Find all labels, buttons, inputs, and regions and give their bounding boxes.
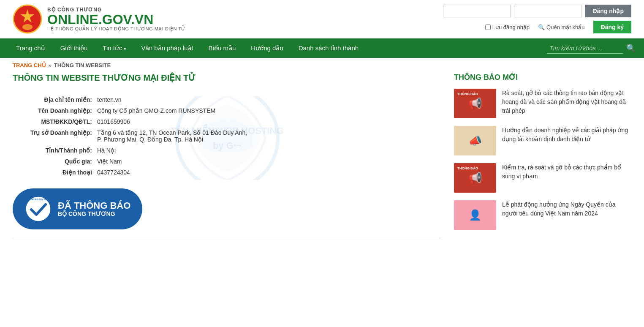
vietnam-emblem-icon	[13, 4, 42, 34]
remember-checkbox[interactable]	[485, 25, 491, 30]
info-wrapper: TÊN MIỀN WEB HOSTINGby G··· Địa chỉ tên …	[13, 96, 441, 180]
nav-item-guide[interactable]: Hướng dẫn	[243, 38, 291, 58]
info-row-address: Trụ sở Doanh nghiệp: Tầng 6 và tầng 12, …	[13, 129, 441, 143]
info-row-phone: Điện thoại 0437724304	[13, 169, 441, 176]
badge-text: ĐÃ THÔNG BÁO BỘ CÔNG THƯƠNG	[58, 201, 130, 217]
badge-container: ONLINE.GOV.VN ĐÃ THÔNG BÁO BỘ CÔNG THƯƠN…	[13, 188, 441, 229]
login-button[interactable]: Đăng nhập	[585, 5, 631, 17]
badge-circle: ONLINE.GOV.VN	[24, 195, 52, 223]
nav-item-legal[interactable]: Văn bản pháp luật	[134, 38, 201, 58]
breadcrumb-current: THÔNG TIN WEBSITE	[54, 62, 111, 68]
forgot-password-link[interactable]: 🔍 Quên mật khẩu	[538, 24, 584, 30]
value-company: Công ty Cổ phần GMO-Z.com RUNSYSTEM	[97, 107, 441, 114]
nav-search-button[interactable]: 🔍	[626, 44, 636, 53]
label-mst: MST/ĐKKD/QĐTL:	[13, 118, 97, 125]
sidebar-title: THÔNG BÁO MỚI	[454, 73, 631, 82]
megaphone-icon-0: 📢	[468, 97, 482, 110]
label-phone: Điện thoại	[13, 169, 97, 176]
content-divider	[13, 238, 441, 238]
news-thumb-light-1: 📣	[454, 126, 496, 155]
svg-text:ONLINE.GOV.VN: ONLINE.GOV.VN	[30, 198, 47, 201]
label-country: Quốc gia:	[13, 158, 97, 165]
badge-main-text: ĐÃ THÔNG BÁO	[58, 201, 130, 210]
remember-me-label[interactable]: Lưu đăng nhập	[485, 24, 530, 30]
username-input[interactable]	[443, 5, 511, 17]
value-phone: 0437724304	[97, 169, 441, 176]
megaphone-icon-1: 📣	[468, 134, 482, 147]
news-item-3: 👤 Lễ phát động hưởng ứng Ngày Quyền của …	[454, 200, 631, 230]
svg-point-2	[22, 24, 33, 30]
label-province: Tỉnh/Thành phố:	[13, 147, 97, 154]
news-text-3: Lễ phát động hưởng ứng Ngày Quyền của ng…	[502, 200, 631, 218]
news-thumb-pink-3: 👤	[454, 200, 496, 230]
info-row-province: Tỉnh/Thành phố: Hà Nội	[13, 147, 441, 154]
value-domain: tenten.vn	[97, 96, 441, 103]
value-province: Hà Nội	[97, 147, 441, 154]
nav-link-legal[interactable]: Văn bản pháp luật	[134, 38, 201, 58]
news-thumb-2: THÔNG BÁO 📢	[454, 163, 496, 193]
page-title: THÔNG TIN WEBSITE THƯƠNG MẠI ĐIỆN TỬ	[13, 73, 441, 86]
news-text-1: Hướng dẫn doanh nghiệp về các giải pháp …	[502, 126, 631, 144]
news-thumb-red-0: THÔNG BÁO 📢	[454, 89, 496, 118]
nav-link-guide[interactable]: Hướng dẫn	[243, 38, 291, 58]
logo-text: BỘ CÔNG THƯƠNG ONLINE.GOV.VN HỆ THỐNG QU…	[47, 7, 185, 32]
info-row-company: Tên Doanh nghiệp: Công ty Cổ phần GMO-Z.…	[13, 107, 441, 114]
breadcrumb: TRANG CHỦ » THÔNG TIN WEBSITE	[0, 58, 644, 73]
site-subtitle: HỆ THỐNG QUẢN LÝ HOẠT ĐỘNG THƯƠNG MẠI ĐI…	[47, 26, 185, 32]
header: BỘ CÔNG THƯƠNG ONLINE.GOV.VN HỆ THỐNG QU…	[0, 0, 644, 38]
main-content: THÔNG TIN WEBSITE THƯƠNG MẠI ĐIỆN TỬ TÊN…	[0, 73, 644, 259]
content-left: THÔNG TIN WEBSITE THƯƠNG MẠI ĐIỆN TỬ TÊN…	[13, 73, 441, 247]
badge-sub-text: BỘ CÔNG THƯƠNG	[58, 210, 130, 217]
nav-link-provinces[interactable]: Danh sách tỉnh thành	[291, 38, 366, 58]
news-link-3[interactable]: Lễ phát động hưởng ứng Ngày Quyền của ng…	[502, 201, 615, 217]
nav-item-home[interactable]: Trang chủ	[8, 38, 53, 58]
news-text-2: Kiểm tra, rà soát và gỡ bỏ các thực phẩm…	[502, 163, 631, 181]
info-row-domain: Địa chỉ tên miền: tenten.vn	[13, 96, 441, 103]
info-row-mst: MST/ĐKKD/QĐTL: 0101659906	[13, 118, 441, 125]
value-country: Việt Nam	[97, 158, 441, 165]
news-link-1[interactable]: Hướng dẫn doanh nghiệp về các giải pháp …	[502, 127, 628, 142]
ministry-badge: ONLINE.GOV.VN ĐÃ THÔNG BÁO BỘ CÔNG THƯƠN…	[13, 188, 142, 229]
news-item-2: THÔNG BÁO 📢 Kiểm tra, rà soát và gỡ bỏ c…	[454, 163, 631, 193]
breadcrumb-separator: »	[49, 62, 52, 68]
register-button[interactable]: Đăng ký	[593, 21, 631, 33]
value-address: Tầng 6 và tầng 12, TN Ocean Park, Số 01 …	[97, 129, 441, 143]
news-link-0[interactable]: Rà soát, gỡ bỏ các thông tin rao bán độn…	[502, 90, 626, 114]
news-thumb-0: THÔNG BÁO 📢	[454, 89, 496, 118]
person-icon-3: 👤	[469, 209, 481, 221]
thumb-badge-2: THÔNG BÁO	[456, 166, 480, 171]
news-item-1: 📣 Hướng dẫn doanh nghiệp về các giải phá…	[454, 126, 631, 155]
header-options: Lưu đăng nhập 🔍 Quên mật khẩu Đăng ký	[485, 21, 631, 33]
header-logo-area: BỘ CÔNG THƯƠNG ONLINE.GOV.VN HỆ THỐNG QU…	[13, 4, 185, 34]
header-auth-area: Đăng nhập Lưu đăng nhập 🔍 Quên mật khẩu …	[443, 5, 631, 33]
nav-link-forms[interactable]: Biểu mẫu	[201, 38, 244, 58]
label-domain: Địa chỉ tên miền:	[13, 96, 97, 103]
nav-links: Trang chủ Giới thiệu Tin tức Văn bản phá…	[8, 38, 366, 58]
value-mst: 0101659906	[97, 118, 441, 125]
nav-item-provinces[interactable]: Danh sách tỉnh thành	[291, 38, 366, 58]
password-input[interactable]	[514, 5, 582, 17]
info-row-country: Quốc gia: Việt Nam	[13, 158, 441, 165]
news-thumb-1: 📣	[454, 126, 496, 155]
info-table: Địa chỉ tên miền: tenten.vn Tên Doanh ng…	[13, 96, 441, 176]
news-thumb-red-2: THÔNG BÁO 📢	[454, 163, 496, 193]
news-thumb-3: 👤	[454, 200, 496, 230]
label-address: Trụ sở Doanh nghiệp:	[13, 129, 97, 136]
nav-link-news[interactable]: Tin tức	[95, 38, 133, 58]
breadcrumb-home-link[interactable]: TRANG CHỦ	[13, 62, 46, 68]
nav-link-home[interactable]: Trang chủ	[8, 38, 53, 58]
remember-label-text: Lưu đăng nhập	[492, 24, 530, 30]
nav-item-about[interactable]: Giới thiệu	[53, 38, 95, 58]
thumb-badge-0: THÔNG BÁO	[456, 91, 480, 97]
login-inputs: Đăng nhập	[443, 5, 631, 17]
nav-item-news[interactable]: Tin tức	[95, 38, 133, 58]
news-item: THÔNG BÁO 📢 Rà soát, gỡ bỏ các thông tin…	[454, 89, 631, 118]
news-link-2[interactable]: Kiểm tra, rà soát và gỡ bỏ các thực phẩm…	[502, 164, 621, 180]
news-text-0: Rà soát, gỡ bỏ các thông tin rao bán độn…	[502, 89, 631, 115]
site-title: ONLINE.GOV.VN	[47, 13, 185, 26]
nav-item-forms[interactable]: Biểu mẫu	[201, 38, 244, 58]
label-company: Tên Doanh nghiệp:	[13, 107, 97, 114]
nav-search-input[interactable]	[547, 43, 623, 54]
nav-link-about[interactable]: Giới thiệu	[53, 38, 95, 58]
nav-search-area: 🔍	[547, 43, 636, 54]
